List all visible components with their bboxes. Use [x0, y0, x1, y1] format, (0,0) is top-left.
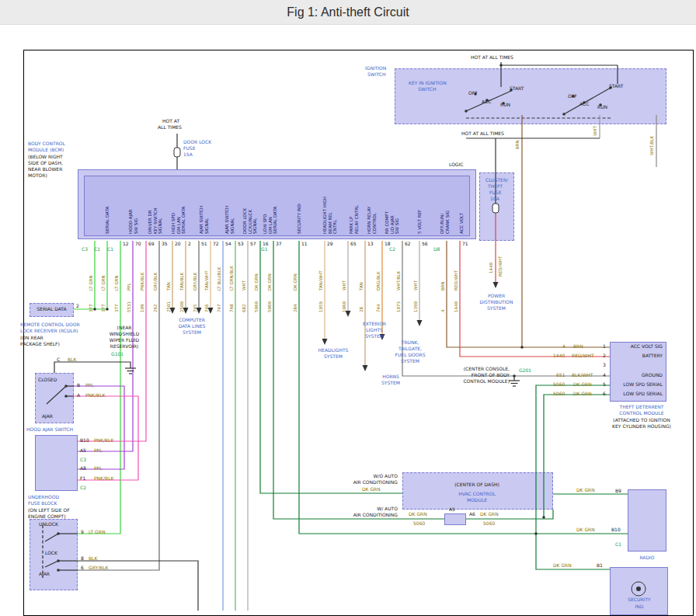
diagram-label: PPL: [85, 382, 94, 388]
diagram-label: DK GRN: [409, 511, 427, 517]
horns-system-label: HORNS: [368, 374, 413, 379]
power-distribution-system-label: POWER: [472, 293, 520, 298]
wire-label: DK GRN: [293, 258, 298, 291]
diagram-label: B9: [615, 488, 621, 493]
diagram-label: PNK/BLK: [85, 392, 105, 398]
diagram-label: 35: [162, 241, 168, 246]
diagram-label: 3: [603, 362, 606, 367]
diagram-label: 54: [225, 241, 231, 246]
diagram-label: B10: [611, 527, 621, 532]
diagram-label: THEFT: [488, 183, 503, 189]
diagram-label: PACKAGE SHELF): [20, 341, 60, 346]
wire-label: WHT: [242, 258, 247, 291]
diagram-label: B10: [80, 437, 89, 443]
diagram-label: OFF: [568, 93, 577, 99]
diagram-label: HOT AT ALL TIMES: [461, 131, 504, 136]
diagram-label: 12: [123, 241, 129, 246]
diagram-label: (BELOW RIGHT: [28, 154, 63, 159]
bcm-pin-label: HORN RELAY CONTROL: [367, 176, 377, 234]
wire-label: 377: [89, 291, 94, 312]
bcm-pin-label: RR COMPT LID AJAR SW SIG: [385, 176, 400, 234]
diagram-label: 16: [263, 241, 269, 246]
diagram-label: C1: [107, 246, 113, 252]
diagram-label: KEY CYLINDER HOUSING): [603, 423, 680, 429]
bcm-pin-label: HIGH SPD GM LAN SERIAL DATA: [171, 176, 186, 234]
diagram-label: 18: [385, 241, 391, 246]
diagram-label: UNLOCK: [39, 521, 58, 527]
diagram-label: G101: [111, 351, 124, 357]
diagram-label: 15A: [183, 151, 193, 157]
hood-ajar-switch-label: HOOD AJAR SWITCH: [26, 426, 73, 432]
bcm-pin-label: OFF/RUN/ CRANK SIG: [440, 176, 450, 234]
wire-label: WHT: [593, 119, 598, 136]
ignition-switch-label: IGNITION: [365, 65, 386, 71]
diagram-label: FUSE: [183, 145, 195, 151]
diagram-label: WINDSHIELD: [99, 331, 149, 336]
diagram-label: 5060: [483, 520, 495, 526]
bcm-pin-label: AJAR SWITCH SIGNAL: [224, 176, 235, 234]
diagram-label: ACC: [579, 101, 589, 106]
diagram-label: SYSTEM: [386, 358, 434, 364]
diagram-label: DK GRN: [576, 527, 595, 532]
wire-label: TAN/WHT: [318, 258, 324, 291]
diagram-label: FUSE BLOCK: [28, 500, 57, 506]
diagram-label: BLK: [68, 357, 76, 362]
wire-label: 5531: [127, 291, 132, 312]
diagram-label: 5: [603, 381, 606, 387]
wire-label: 109: [140, 291, 145, 312]
diagram-label: 5060: [553, 381, 565, 387]
diagram-label: ALL TIMES: [158, 124, 182, 130]
wire-label: TAN: [166, 258, 172, 291]
serial-data-box-label: SERIAL DATA: [31, 306, 72, 311]
diagram-label: 11: [301, 241, 308, 246]
diagram-label: MODULE (BCM): [28, 147, 64, 152]
diagram-label: CONTROL MODULE): [451, 378, 510, 384]
wire-label: PNK/BLK: [140, 258, 145, 291]
wire-label: 2500: [179, 291, 185, 312]
exterior-lights-system-label: EXTERIOR: [351, 321, 398, 326]
wire-label: WHT/BLK: [649, 127, 655, 155]
diagram-label: HOT AT ALL TIMES: [471, 54, 513, 60]
wire-label: 4: [440, 291, 446, 312]
wire-label: 1440: [489, 252, 494, 273]
wire-label: WHT: [413, 258, 419, 291]
bcm-pin-label: 5 VOLT REF: [417, 176, 423, 234]
diagram-label: ACC: [482, 99, 491, 104]
diagram-label: OFF: [468, 90, 478, 96]
diagram-label: RESERVOIR): [99, 343, 149, 349]
diagram-label: PPL: [94, 465, 103, 471]
diagram-label: AIR CONDITIONING: [342, 512, 398, 517]
diagram-label: 57: [250, 241, 256, 246]
diagram-label: CLUSTER/: [485, 177, 508, 183]
diagram-label: SYSTEM: [351, 333, 398, 339]
wire-label: RED/WHT: [498, 245, 503, 277]
diagram-label: F1: [80, 475, 85, 481]
wire-label: TAN/WHT: [204, 258, 210, 291]
diagram-label: (NEAR: [99, 325, 149, 330]
diagram-label: CONTROL MODULE: [603, 410, 680, 416]
diagram-label: (CENTER OF DASH): [440, 482, 514, 487]
diagram-label: TAILGATE,: [386, 346, 434, 351]
diagram-label: A5: [449, 506, 455, 512]
diagram-label: LOW SPD SERIAL: [613, 381, 663, 387]
wire-label: 262: [153, 291, 158, 312]
wire-label: 284: [293, 291, 298, 312]
diagram-label: FUEL DOORS: [386, 352, 434, 357]
wire-label: DK GRN: [267, 258, 273, 291]
diagram-label: RED/WHT: [572, 353, 594, 358]
bcm-label: BODY CONTROL: [28, 141, 65, 146]
diagram-label: 70: [135, 241, 141, 246]
diagram-label: C2: [389, 246, 395, 252]
wire-label: 1073: [396, 291, 402, 312]
wire-label: GRY/BLK: [193, 258, 198, 291]
diagram-label: 71: [462, 241, 468, 246]
wire-label: 28: [359, 291, 364, 312]
diagram-label: START: [609, 83, 624, 89]
trunk-tailgate-fuel-doors-system-label: TRUNK,: [386, 339, 434, 345]
wire-label: 377: [114, 291, 120, 312]
diagram-label: A8: [80, 465, 86, 471]
diagram-label: DK GRN: [553, 562, 572, 568]
diagram-label: A5: [80, 447, 86, 453]
diagram-label: 2: [603, 353, 606, 358]
diagram-label: DATA LINES: [169, 323, 215, 329]
